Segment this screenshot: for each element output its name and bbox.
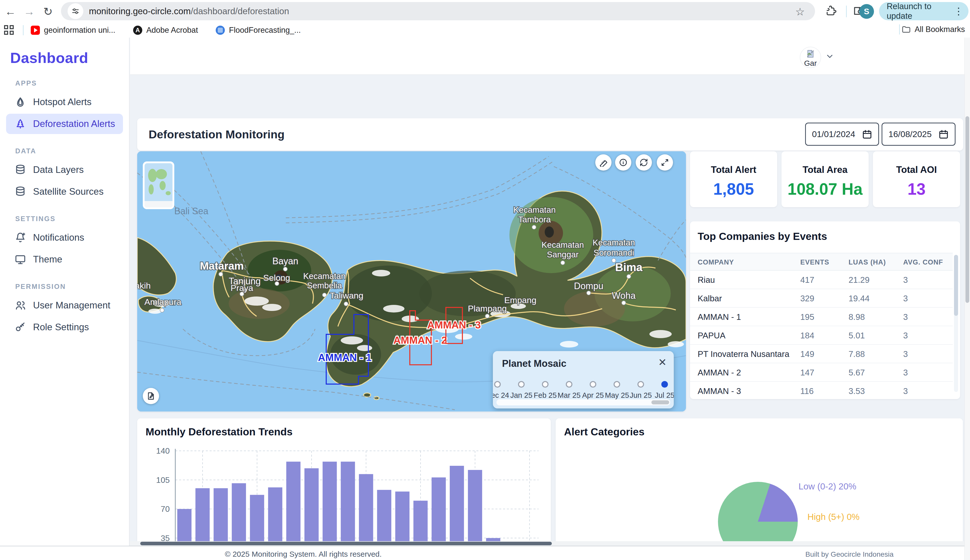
- table-row[interactable]: Riau41721.293: [690, 271, 953, 289]
- page-scrollbar-thumb[interactable]: [965, 116, 969, 303]
- address-bar[interactable]: monitoring.geo-circle.com/dashboard/defo…: [61, 2, 815, 20]
- sidebar-item-label: Hotspot Alerts: [33, 97, 92, 107]
- fullscreen-button[interactable]: [657, 154, 673, 171]
- map[interactable]: AMMAN - 1AMMAN - 2AMMAN - 3 Bali Seaakih…: [137, 151, 686, 412]
- back-icon[interactable]: ←: [3, 5, 17, 18]
- map-place-label: Soromandi: [594, 248, 634, 257]
- cell-value: 417: [800, 275, 814, 285]
- map-place-label: Sanggar: [547, 250, 579, 259]
- page-scrollbar[interactable]: [964, 38, 970, 560]
- sidebar-item-deforestation-alerts[interactable]: Deforestation Alerts: [6, 114, 123, 134]
- bookmark-item[interactable]: geoinformation uni...: [31, 26, 115, 35]
- city-dot: [622, 301, 626, 305]
- map-place-label: Tambora: [518, 215, 551, 224]
- browser-profile-avatar[interactable]: S: [859, 4, 874, 19]
- sidebar-item-satellite-sources[interactable]: Satellite Sources: [6, 182, 123, 202]
- map-place-label: Praya: [231, 283, 253, 293]
- mosaic-month-option[interactable]: Apr 25: [581, 381, 605, 400]
- chevron-down-icon[interactable]: [825, 52, 835, 61]
- all-bookmarks-button[interactable]: All Bookmarks: [890, 24, 965, 35]
- mosaic-month-label: Jan 25: [509, 391, 533, 400]
- mosaic-month-option[interactable]: Jul 25: [653, 381, 674, 400]
- horizontal-scrollbar[interactable]: [130, 541, 964, 546]
- built-by-text: Built by Geocircle Indonesia: [805, 550, 893, 558]
- map-place-label: Woha: [612, 290, 636, 301]
- users-icon: [15, 300, 26, 311]
- table-row[interactable]: AMMAN - 21475.673: [690, 363, 953, 382]
- mosaic-scrollbar[interactable]: [497, 399, 670, 405]
- minimap-inset[interactable]: [143, 162, 174, 209]
- export-report-button[interactable]: [143, 388, 159, 404]
- radio-icon[interactable]: [518, 381, 525, 388]
- refresh-button[interactable]: [636, 154, 652, 171]
- url-text: monitoring.geo-circle.com/dashboard/defo…: [89, 6, 289, 16]
- measure-tool-button[interactable]: [595, 154, 612, 171]
- sidebar-item-data-layers[interactable]: Data Layers: [6, 160, 123, 180]
- city-dot: [561, 261, 565, 265]
- radio-icon[interactable]: [542, 381, 549, 388]
- sidebar-item-theme[interactable]: Theme: [6, 249, 123, 270]
- monitor-icon: [15, 254, 26, 265]
- database-icon: [15, 164, 26, 175]
- radio-icon[interactable]: [494, 381, 501, 388]
- mosaic-month-option[interactable]: Jan 25: [509, 381, 533, 400]
- table-row[interactable]: PT Inovaterra Nusantara1497.883: [690, 345, 953, 363]
- browser-menu-icon[interactable]: ⋮: [954, 6, 963, 17]
- bell-icon: [15, 232, 26, 243]
- info-button[interactable]: [615, 154, 631, 171]
- apps-grid-icon[interactable]: [4, 25, 14, 35]
- table-row[interactable]: AMMAN - 11958.983: [690, 308, 953, 326]
- forward-icon[interactable]: →: [22, 5, 36, 18]
- site-info-icon[interactable]: [68, 3, 83, 19]
- close-icon[interactable]: ✕: [658, 357, 667, 367]
- y-tick-label: 70: [161, 504, 170, 513]
- cell-value: 5.01: [849, 331, 865, 340]
- alert-categories-card: Alert Categories Low (0-2) 20% High (5+)…: [555, 418, 963, 560]
- top-companies-card: Top Companies by Events COMPANYEVENTSLUA…: [690, 222, 960, 399]
- table-row[interactable]: Kalbar32919.443: [690, 289, 953, 308]
- extensions-icon[interactable]: [825, 5, 837, 18]
- stat-label: Total Alert: [690, 165, 777, 175]
- map-place-label: Dompu: [574, 281, 604, 291]
- map-place-label: Empang: [504, 295, 537, 305]
- user-avatar[interactable]: Gar: [800, 47, 821, 68]
- date-to-input[interactable]: 16/08/2025: [881, 123, 955, 146]
- table-scrollbar[interactable]: [954, 255, 958, 392]
- reload-icon[interactable]: ↻: [41, 5, 55, 18]
- mosaic-month-option[interactable]: Mar 25: [557, 381, 581, 400]
- relaunch-to-update-button[interactable]: Relaunch to update ⋮: [879, 2, 968, 20]
- toolbar-separator: [846, 6, 847, 17]
- sidebar-item-notifications[interactable]: Notifications: [6, 227, 123, 248]
- sidebar-item-user-management[interactable]: User Management: [6, 295, 123, 315]
- radio-icon[interactable]: [637, 381, 644, 388]
- table-row[interactable]: PAPUA1845.013: [690, 326, 953, 345]
- y-tick-label: 105: [156, 475, 170, 485]
- sidebar-item-hotspot-alerts[interactable]: Hotspot Alerts: [6, 92, 123, 112]
- table-row[interactable]: AMMAN - 31163.533: [690, 382, 953, 399]
- mosaic-month-label: May 25: [605, 391, 629, 400]
- mosaic-month-option[interactable]: May 25: [605, 381, 629, 400]
- bookmark-star-icon[interactable]: ☆: [795, 6, 805, 18]
- radio-icon[interactable]: [566, 381, 572, 388]
- bookmark-item[interactable]: FloodForecasting_...: [216, 26, 301, 35]
- bookmarks-separator: [899, 24, 900, 35]
- radio-icon[interactable]: [590, 381, 596, 388]
- mosaic-month-label: Feb 25: [533, 391, 557, 400]
- radio-icon[interactable]: [661, 381, 668, 388]
- pie-label-high: High (5+) 0%: [808, 512, 860, 522]
- app-title: Dashboard: [10, 49, 129, 66]
- sidebar-item-label: Deforestation Alerts: [33, 118, 115, 129]
- mosaic-month-option[interactable]: Feb 25: [533, 381, 557, 400]
- map-place-label: Kecamatan: [513, 205, 556, 215]
- table-scrollbar-thumb[interactable]: [954, 255, 958, 316]
- mosaic-month-option[interactable]: Jun 25: [629, 381, 653, 400]
- radio-icon[interactable]: [614, 381, 620, 388]
- footer: © 2025 Monitoring System. All rights res…: [0, 546, 970, 560]
- mosaic-month-option[interactable]: Dec 24: [493, 381, 509, 400]
- mosaic-scrollbar-thumb[interactable]: [651, 400, 669, 404]
- date-from-input[interactable]: 01/01/2024: [805, 123, 879, 146]
- map-place-label: Bali Sea: [174, 206, 209, 216]
- horizontal-scrollbar-thumb[interactable]: [140, 542, 552, 545]
- sidebar-item-role-settings[interactable]: Role Settings: [6, 317, 123, 337]
- bookmark-item[interactable]: AAdobe Acrobat: [133, 26, 198, 35]
